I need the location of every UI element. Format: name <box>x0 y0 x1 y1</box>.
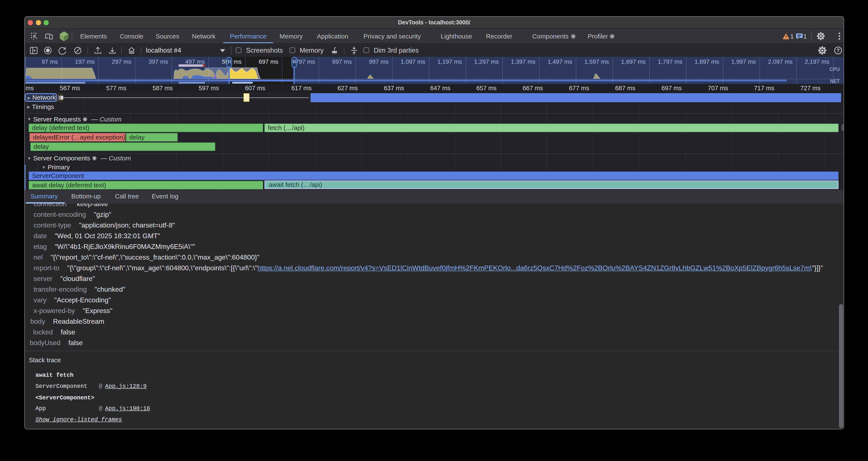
svg-text:?: ? <box>836 48 840 53</box>
